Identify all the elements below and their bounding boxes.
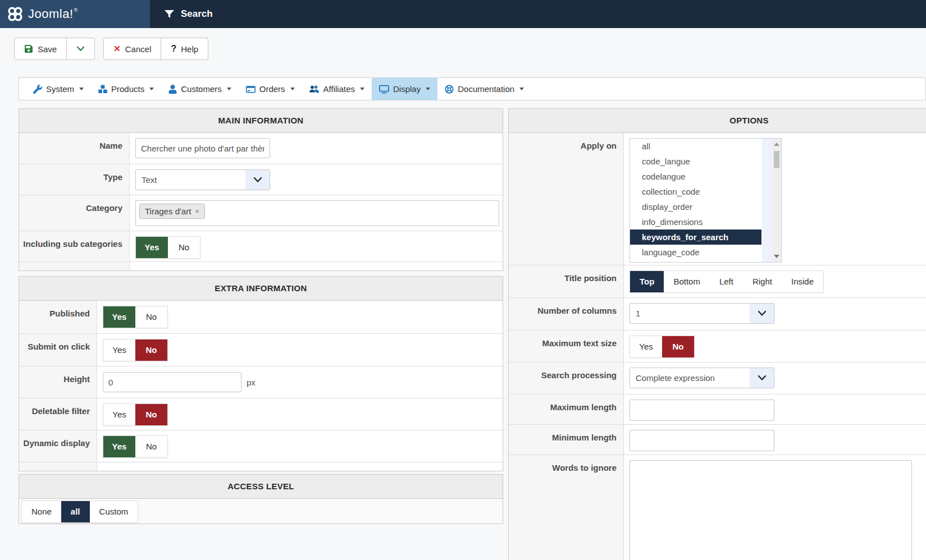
- remove-tag-icon[interactable]: ×: [195, 207, 199, 215]
- user-icon: [168, 85, 177, 94]
- menu-item-affiliates[interactable]: Affiliates: [302, 78, 372, 100]
- search-processing-select[interactable]: Complete expression: [630, 368, 774, 388]
- access-level-title: ACCESS LEVEL: [19, 475, 503, 499]
- minimum-length-row: Minimum length: [509, 424, 926, 455]
- apply-on-option[interactable]: display_order: [630, 199, 761, 214]
- caret-down-icon: [227, 88, 231, 90]
- cancel-icon: ✕: [113, 44, 121, 54]
- apply-on-option[interactable]: language_code: [630, 245, 761, 260]
- published-toggle[interactable]: Yes No: [103, 306, 168, 328]
- type-select[interactable]: Text: [135, 169, 270, 190]
- toggle-no[interactable]: No: [135, 404, 167, 425]
- menu-item-display[interactable]: Display: [372, 78, 437, 100]
- deletable-filter-toggle[interactable]: Yes No: [103, 403, 168, 426]
- access-option-none[interactable]: None: [22, 501, 61, 522]
- apply-on-option[interactable]: collection_code: [630, 184, 761, 199]
- help-label: Help: [181, 44, 198, 54]
- toolbar: Save ✕ Cancel ? Help: [14, 38, 208, 60]
- maximum-text-size-label: Maximum text size: [509, 331, 624, 362]
- height-row: Height px: [19, 366, 503, 398]
- toggle-no[interactable]: No: [135, 436, 167, 457]
- page-title: Search: [181, 8, 213, 20]
- caret-down-icon: [290, 88, 295, 90]
- name-input[interactable]: [135, 138, 270, 158]
- menu-label-customers: Customers: [181, 84, 222, 94]
- toggle-no[interactable]: No: [135, 306, 167, 328]
- category-tag[interactable]: Tirages d'art ×: [139, 204, 205, 219]
- toggle-no[interactable]: No: [135, 339, 167, 361]
- minimum-length-input[interactable]: [630, 430, 774, 451]
- title-position-group: Top Bottom Left Right Inside: [630, 270, 824, 293]
- submit-on-click-row: Submit on click Yes No: [19, 333, 503, 366]
- life-ring-icon: [445, 85, 454, 94]
- apply-on-option[interactable]: all: [630, 139, 761, 154]
- menu-label-display: Display: [393, 84, 421, 94]
- access-option-all[interactable]: all: [61, 501, 90, 522]
- words-to-ignore-row: Words to ignore: [509, 455, 926, 560]
- access-level-row: None all Custom: [19, 499, 503, 524]
- card-icon: [246, 85, 256, 94]
- number-of-columns-label: Number of columns: [509, 298, 624, 330]
- scroll-down-icon[interactable]: [774, 255, 779, 258]
- save-dropdown-button[interactable]: [67, 38, 95, 60]
- maximum-text-size-toggle[interactable]: Yes No: [630, 336, 695, 358]
- extra-information-panel: EXTRA INFORMATION Published Yes No Submi…: [19, 276, 503, 471]
- save-button[interactable]: Save: [14, 38, 67, 60]
- menu-item-orders[interactable]: Orders: [239, 78, 302, 100]
- toggle-no[interactable]: No: [168, 237, 200, 258]
- apply-on-option[interactable]: info_dimensions: [630, 214, 761, 229]
- toggle-no[interactable]: No: [662, 336, 694, 357]
- registered-mark: ®: [74, 7, 78, 13]
- title-position-label: Title position: [509, 265, 624, 297]
- access-level-group: None all Custom: [21, 501, 138, 523]
- title-position-top[interactable]: Top: [630, 271, 664, 292]
- menu-label-products: Products: [111, 84, 144, 94]
- sub-categories-toggle[interactable]: Yes No: [135, 236, 200, 259]
- menu-item-documentation[interactable]: Documentation: [437, 78, 531, 100]
- help-button[interactable]: ? Help: [161, 38, 208, 60]
- apply-on-option[interactable]: codelangue: [630, 169, 761, 184]
- chevron-down-icon: [750, 368, 774, 388]
- apply-on-row: Apply on all code_langue codelangue coll…: [509, 133, 926, 265]
- title-position-right[interactable]: Right: [743, 271, 782, 292]
- words-to-ignore-label: Words to ignore: [509, 455, 624, 560]
- chevron-down-icon: [245, 170, 270, 190]
- number-of-columns-select[interactable]: 1: [630, 303, 774, 324]
- menu-item-products[interactable]: Products: [91, 78, 161, 100]
- apply-on-option[interactable]: code_langue: [630, 154, 761, 169]
- submit-on-click-toggle[interactable]: Yes No: [103, 339, 168, 361]
- apply-on-listbox[interactable]: all code_langue codelangue collection_co…: [630, 138, 782, 263]
- apply-on-option-selected[interactable]: keywords_for_search: [630, 229, 761, 245]
- toggle-yes[interactable]: Yes: [103, 436, 135, 457]
- menu-item-system[interactable]: System: [26, 78, 91, 100]
- toggle-yes[interactable]: Yes: [103, 339, 135, 361]
- maximum-length-input[interactable]: [630, 400, 774, 421]
- funnel-icon: [165, 10, 174, 19]
- dynamic-display-toggle[interactable]: Yes No: [103, 435, 168, 458]
- cancel-button[interactable]: ✕ Cancel: [103, 38, 161, 60]
- main-information-panel: MAIN INFORMATION Name Type Text Category: [19, 108, 503, 271]
- title-position-left[interactable]: Left: [710, 271, 743, 292]
- listbox-scrollbar[interactable]: [772, 139, 781, 262]
- menu-item-customers[interactable]: Customers: [161, 78, 239, 100]
- access-option-custom[interactable]: Custom: [90, 501, 138, 522]
- toggle-yes[interactable]: Yes: [630, 336, 662, 357]
- scrollbar-thumb[interactable]: [774, 151, 779, 168]
- category-label: Category: [19, 195, 130, 231]
- submit-on-click-label: Submit on click: [19, 334, 97, 366]
- type-label: Type: [19, 164, 130, 195]
- menu-label-documentation: Documentation: [458, 84, 514, 94]
- scroll-up-icon[interactable]: [774, 143, 779, 146]
- caret-down-icon: [79, 88, 84, 90]
- panel-pad: [19, 261, 503, 270]
- title-position-bottom[interactable]: Bottom: [664, 271, 710, 292]
- maximum-text-size-row: Maximum text size Yes No: [509, 330, 926, 362]
- height-input[interactable]: [103, 372, 241, 392]
- toggle-yes[interactable]: Yes: [103, 306, 135, 328]
- chevron-down-icon: [76, 46, 85, 52]
- toggle-yes[interactable]: Yes: [103, 404, 135, 425]
- toggle-yes[interactable]: Yes: [136, 237, 168, 258]
- category-tag-field[interactable]: Tirages d'art ×: [135, 200, 499, 226]
- title-position-inside[interactable]: Inside: [782, 271, 823, 292]
- words-to-ignore-textarea[interactable]: [630, 460, 912, 560]
